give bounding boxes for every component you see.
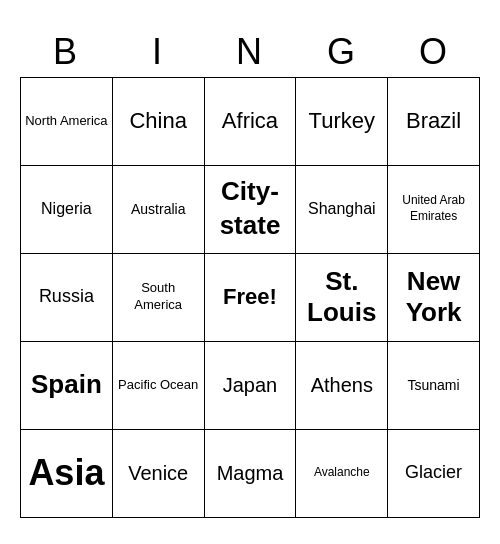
bingo-card: B I N G O North America China Africa Tur… (20, 27, 480, 518)
header-n: N (204, 27, 296, 77)
header-b: B (20, 27, 112, 77)
cell-2: Africa (205, 78, 297, 166)
cell-17: Japan (205, 342, 297, 430)
cell-11: South America (113, 254, 205, 342)
header-i: I (112, 27, 204, 77)
cell-10: Russia (21, 254, 113, 342)
cell-16: Pacific Ocean (113, 342, 205, 430)
cell-23: Avalanche (296, 430, 388, 518)
cell-20: Asia (21, 430, 113, 518)
header-o: O (388, 27, 480, 77)
cell-15: Spain (21, 342, 113, 430)
cell-12-free: Free! (205, 254, 297, 342)
cell-0: North America (21, 78, 113, 166)
cell-3: Turkey (296, 78, 388, 166)
cell-18: Athens (296, 342, 388, 430)
cell-22: Magma (205, 430, 297, 518)
bingo-header: B I N G O (20, 27, 480, 77)
cell-14: New York (388, 254, 480, 342)
cell-5: Nigeria (21, 166, 113, 254)
cell-24: Glacier (388, 430, 480, 518)
cell-8: Shanghai (296, 166, 388, 254)
cell-9: United Arab Emirates (388, 166, 480, 254)
cell-13: St. Louis (296, 254, 388, 342)
cell-7: City-state (205, 166, 297, 254)
bingo-grid: North America China Africa Turkey Brazil… (20, 77, 480, 518)
header-g: G (296, 27, 388, 77)
cell-1: China (113, 78, 205, 166)
cell-19: Tsunami (388, 342, 480, 430)
cell-4: Brazil (388, 78, 480, 166)
cell-21: Venice (113, 430, 205, 518)
cell-6: Australia (113, 166, 205, 254)
